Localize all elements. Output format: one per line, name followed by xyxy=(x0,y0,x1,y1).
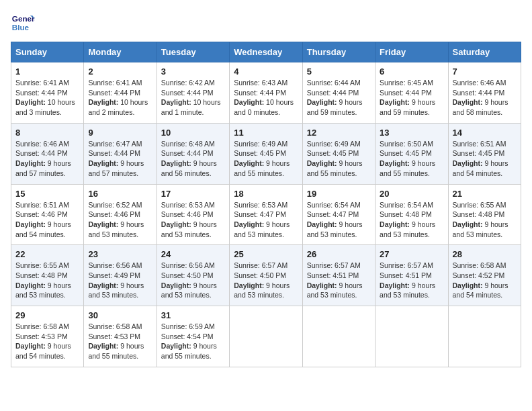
day-number: 2 xyxy=(88,66,152,77)
day-info: Sunrise: 6:57 AMSunset: 4:51 PMDaylight:… xyxy=(380,261,443,300)
day-cell-17: 17Sunrise: 6:53 AMSunset: 4:46 PMDayligh… xyxy=(157,184,229,245)
day-number: 25 xyxy=(234,249,298,259)
weekday-header-thursday: Thursday xyxy=(302,42,375,62)
day-info: Sunrise: 6:51 AMSunset: 4:45 PMDaylight:… xyxy=(453,139,517,179)
day-cell-13: 13Sunrise: 6:50 AMSunset: 4:45 PMDayligh… xyxy=(375,123,448,184)
day-number: 26 xyxy=(307,249,371,259)
day-number: 30 xyxy=(88,310,152,320)
day-cell-10: 10Sunrise: 6:48 AMSunset: 4:44 PMDayligh… xyxy=(157,123,229,184)
day-cell-24: 24Sunrise: 6:56 AMSunset: 4:50 PMDayligh… xyxy=(157,245,229,306)
day-number: 19 xyxy=(307,189,371,199)
day-number: 13 xyxy=(380,128,443,138)
day-info: Sunrise: 6:42 AMSunset: 4:44 PMDaylight:… xyxy=(161,78,225,118)
empty-cell xyxy=(375,306,448,367)
weekday-header-monday: Monday xyxy=(84,42,157,62)
day-info: Sunrise: 6:41 AMSunset: 4:44 PMDaylight:… xyxy=(88,78,152,118)
day-number: 12 xyxy=(307,128,371,138)
day-cell-26: 26Sunrise: 6:57 AMSunset: 4:51 PMDayligh… xyxy=(302,245,375,306)
day-number: 6 xyxy=(380,66,443,77)
day-number: 11 xyxy=(234,128,298,138)
day-number: 8 xyxy=(15,128,79,138)
day-number: 23 xyxy=(88,249,152,259)
day-info: Sunrise: 6:44 AMSunset: 4:44 PMDaylight:… xyxy=(307,78,371,118)
day-info: Sunrise: 6:59 AMSunset: 4:54 PMDaylight:… xyxy=(161,322,225,361)
day-cell-8: 8Sunrise: 6:46 AMSunset: 4:44 PMDaylight… xyxy=(11,123,84,184)
day-cell-7: 7Sunrise: 6:46 AMSunset: 4:44 PMDaylight… xyxy=(448,62,521,124)
day-cell-28: 28Sunrise: 6:58 AMSunset: 4:52 PMDayligh… xyxy=(448,245,521,306)
day-info: Sunrise: 6:51 AMSunset: 4:46 PMDaylight:… xyxy=(15,200,79,240)
day-info: Sunrise: 6:50 AMSunset: 4:45 PMDaylight:… xyxy=(380,139,443,179)
weekday-header-friday: Friday xyxy=(375,42,448,62)
day-number: 31 xyxy=(161,310,225,320)
day-cell-11: 11Sunrise: 6:49 AMSunset: 4:45 PMDayligh… xyxy=(230,123,302,184)
day-number: 21 xyxy=(453,189,517,199)
day-info: Sunrise: 6:57 AMSunset: 4:50 PMDaylight:… xyxy=(234,261,298,300)
day-number: 5 xyxy=(307,66,371,77)
day-cell-31: 31Sunrise: 6:59 AMSunset: 4:54 PMDayligh… xyxy=(157,306,229,367)
calendar-table: SundayMondayTuesdayWednesdayThursdayFrid… xyxy=(11,42,521,367)
day-info: Sunrise: 6:49 AMSunset: 4:45 PMDaylight:… xyxy=(307,139,371,179)
day-number: 15 xyxy=(15,189,79,199)
day-cell-3: 3Sunrise: 6:42 AMSunset: 4:44 PMDaylight… xyxy=(157,62,229,124)
day-cell-21: 21Sunrise: 6:55 AMSunset: 4:48 PMDayligh… xyxy=(448,184,521,245)
day-number: 10 xyxy=(161,128,225,138)
empty-cell xyxy=(448,306,521,367)
day-cell-1: 1Sunrise: 6:41 AMSunset: 4:44 PMDaylight… xyxy=(11,62,84,124)
day-info: Sunrise: 6:53 AMSunset: 4:46 PMDaylight:… xyxy=(161,200,225,240)
day-number: 29 xyxy=(15,310,79,320)
day-info: Sunrise: 6:46 AMSunset: 4:44 PMDaylight:… xyxy=(15,139,79,179)
day-number: 14 xyxy=(453,128,517,138)
day-info: Sunrise: 6:55 AMSunset: 4:48 PMDaylight:… xyxy=(15,261,79,300)
day-info: Sunrise: 6:41 AMSunset: 4:44 PMDaylight:… xyxy=(15,78,79,118)
day-cell-2: 2Sunrise: 6:41 AMSunset: 4:44 PMDaylight… xyxy=(84,62,157,124)
weekday-header-sunday: Sunday xyxy=(11,42,84,62)
day-number: 7 xyxy=(453,66,517,77)
day-cell-4: 4Sunrise: 6:43 AMSunset: 4:44 PMDaylight… xyxy=(230,62,302,124)
day-cell-22: 22Sunrise: 6:55 AMSunset: 4:48 PMDayligh… xyxy=(11,245,84,306)
day-info: Sunrise: 6:49 AMSunset: 4:45 PMDaylight:… xyxy=(234,139,298,179)
day-number: 16 xyxy=(88,189,152,199)
weekday-header-wednesday: Wednesday xyxy=(230,42,302,62)
day-cell-27: 27Sunrise: 6:57 AMSunset: 4:51 PMDayligh… xyxy=(375,245,448,306)
day-cell-29: 29Sunrise: 6:58 AMSunset: 4:53 PMDayligh… xyxy=(11,306,84,367)
day-info: Sunrise: 6:54 AMSunset: 4:48 PMDaylight:… xyxy=(380,200,443,240)
day-number: 22 xyxy=(15,249,79,259)
svg-text:General: General xyxy=(12,14,35,23)
day-info: Sunrise: 6:56 AMSunset: 4:49 PMDaylight:… xyxy=(88,261,152,300)
weekday-header-saturday: Saturday xyxy=(448,42,521,62)
day-number: 20 xyxy=(380,189,443,199)
day-number: 3 xyxy=(161,66,225,77)
day-info: Sunrise: 6:57 AMSunset: 4:51 PMDaylight:… xyxy=(307,261,371,300)
day-number: 17 xyxy=(161,189,225,199)
day-cell-6: 6Sunrise: 6:45 AMSunset: 4:44 PMDaylight… xyxy=(375,62,448,124)
day-info: Sunrise: 6:47 AMSunset: 4:44 PMDaylight:… xyxy=(88,139,152,179)
weekday-header-tuesday: Tuesday xyxy=(157,42,229,62)
day-cell-15: 15Sunrise: 6:51 AMSunset: 4:46 PMDayligh… xyxy=(11,184,84,245)
day-cell-5: 5Sunrise: 6:44 AMSunset: 4:44 PMDaylight… xyxy=(302,62,375,124)
empty-cell xyxy=(302,306,375,367)
day-info: Sunrise: 6:52 AMSunset: 4:46 PMDaylight:… xyxy=(88,200,152,240)
day-info: Sunrise: 6:55 AMSunset: 4:48 PMDaylight:… xyxy=(453,200,517,240)
day-info: Sunrise: 6:58 AMSunset: 4:52 PMDaylight:… xyxy=(453,261,517,300)
day-cell-23: 23Sunrise: 6:56 AMSunset: 4:49 PMDayligh… xyxy=(84,245,157,306)
day-info: Sunrise: 6:53 AMSunset: 4:47 PMDaylight:… xyxy=(234,200,298,240)
day-cell-19: 19Sunrise: 6:54 AMSunset: 4:47 PMDayligh… xyxy=(302,184,375,245)
day-cell-18: 18Sunrise: 6:53 AMSunset: 4:47 PMDayligh… xyxy=(230,184,302,245)
day-number: 1 xyxy=(15,66,79,77)
day-number: 18 xyxy=(234,189,298,199)
day-cell-12: 12Sunrise: 6:49 AMSunset: 4:45 PMDayligh… xyxy=(302,123,375,184)
day-info: Sunrise: 6:45 AMSunset: 4:44 PMDaylight:… xyxy=(380,78,443,118)
logo: General Blue xyxy=(11,11,38,35)
day-info: Sunrise: 6:43 AMSunset: 4:44 PMDaylight:… xyxy=(234,78,298,118)
day-number: 9 xyxy=(88,128,152,138)
day-number: 4 xyxy=(234,66,298,77)
svg-text:Blue: Blue xyxy=(12,23,30,32)
day-info: Sunrise: 6:48 AMSunset: 4:44 PMDaylight:… xyxy=(161,139,225,179)
day-info: Sunrise: 6:46 AMSunset: 4:44 PMDaylight:… xyxy=(453,78,517,118)
logo-icon: General Blue xyxy=(11,11,35,35)
empty-cell xyxy=(230,306,302,367)
page-header: General Blue xyxy=(11,11,521,35)
day-info: Sunrise: 6:58 AMSunset: 4:53 PMDaylight:… xyxy=(88,322,152,361)
day-info: Sunrise: 6:58 AMSunset: 4:53 PMDaylight:… xyxy=(15,322,79,361)
day-info: Sunrise: 6:54 AMSunset: 4:47 PMDaylight:… xyxy=(307,200,371,240)
